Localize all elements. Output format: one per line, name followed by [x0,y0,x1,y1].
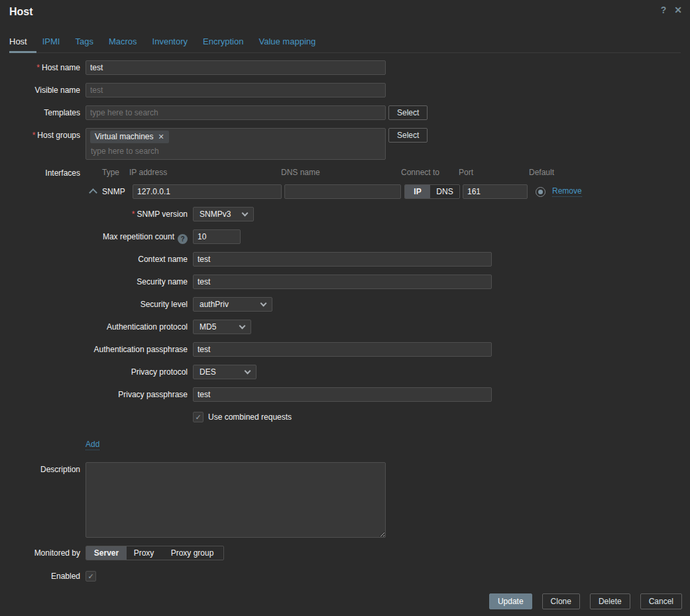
host-groups-label: *Host groups [9,128,80,141]
authentication-protocol-row: Authentication protocol MD5 [0,320,690,334]
host-groups-row: *Host groups Virtual machines ✕ type her… [0,128,690,160]
clone-button[interactable]: Clone [542,593,580,609]
enabled-row: Enabled ✓ [0,569,690,584]
host-form: *Host name Visible name Templates Select… [0,53,690,584]
col-ip-address: IP address [129,168,167,177]
chevron-down-icon [245,367,251,374]
authentication-passphrase-input[interactable] [193,342,492,357]
use-combined-requests-checkbox[interactable]: ✓ [193,412,203,422]
host-groups-placeholder[interactable]: type here to search [91,147,381,156]
delete-button[interactable]: Delete [590,593,630,609]
enabled-checkbox[interactable]: ✓ [86,571,96,582]
required-marker: * [132,210,135,219]
security-name-row: Security name [0,275,690,289]
chevron-down-icon [260,300,267,306]
host-name-row: *Host name [0,60,690,75]
add-interface-link[interactable]: Add [86,440,99,450]
connect-to-ip-option[interactable]: IP [405,185,430,198]
host-name-label: *Host name [9,60,80,73]
connect-to-dns-option[interactable]: DNS [430,185,459,198]
monitored-by-label: Monitored by [9,546,80,558]
host-groups-multiselect[interactable]: Virtual machines ✕ type here to search [86,128,386,160]
interfaces-label: Interfaces [9,168,80,178]
chevron-down-icon [239,322,246,329]
col-default: Default [529,168,554,177]
tab-ipmi[interactable]: IPMI [42,32,60,52]
max-repetition-row: Max repetition count? [0,229,690,244]
snmp-version-select[interactable]: SNMPv3 [193,207,254,221]
col-type: Type [102,168,119,177]
description-textarea[interactable] [86,462,386,538]
templates-label: Templates [9,105,80,118]
required-marker: * [32,131,36,140]
description-row: Description [0,462,690,538]
max-repetition-input[interactable] [193,229,241,244]
add-interface-row: Add [0,438,690,452]
monitored-by-server-option[interactable]: Server [86,546,127,560]
interface-type-label: SNMP [102,187,129,196]
default-interface-radio[interactable] [536,187,546,197]
description-label: Description [9,462,80,475]
visible-name-input[interactable] [86,83,386,97]
use-combined-requests-label: Use combined requests [208,412,292,422]
monitored-by-row: Monitored by Server Proxy Proxy group [0,546,690,560]
tab-encryption[interactable]: Encryption [203,32,243,52]
connect-to-toggle: IP DNS [404,184,460,199]
host-groups-select-button[interactable]: Select [388,128,428,143]
host-group-chip-label: Virtual machines [95,132,154,142]
radio-dot [538,190,543,194]
dialog-footer: Update Clone Delete Cancel [489,593,682,609]
interface-dns-input[interactable] [284,184,401,199]
required-marker: * [36,63,40,72]
context-name-input[interactable] [193,252,492,267]
authentication-passphrase-label: Authentication passphrase [9,342,188,355]
privacy-passphrase-input[interactable] [193,387,492,402]
interface-remove-link[interactable]: Remove [552,186,582,197]
privacy-protocol-label: Privacy protocol [9,365,188,377]
tab-host[interactable]: Host [9,32,27,52]
col-port: Port [459,168,473,177]
authentication-passphrase-row: Authentication passphrase [0,342,690,357]
tab-tags[interactable]: Tags [75,32,93,52]
templates-select-button[interactable]: Select [388,105,428,120]
use-combined-requests-row: ✓ Use combined requests [0,410,690,424]
security-level-select[interactable]: authPriv [193,297,272,312]
host-group-chip: Virtual machines ✕ [90,131,169,143]
tab-value-mapping[interactable]: Value mapping [259,32,316,52]
enabled-label: Enabled [9,569,80,582]
authentication-protocol-label: Authentication protocol [9,320,188,332]
tab-inventory[interactable]: Inventory [152,32,188,52]
update-button[interactable]: Update [489,593,532,609]
modal-header: Host ? ✕ [0,0,690,19]
interface-port-input[interactable] [463,184,528,199]
help-circle-icon[interactable]: ? [178,234,188,244]
interface-column-headers: Type IP address DNS name Connect to Port… [86,168,582,180]
context-name-row: Context name [0,252,690,267]
interface-row-snmp: SNMP IP DNS Remove [86,184,582,199]
visible-name-label: Visible name [9,83,80,95]
cancel-button[interactable]: Cancel [640,593,682,609]
privacy-protocol-select[interactable]: DES [193,365,257,379]
chevron-down-icon [242,210,249,216]
interface-ip-input[interactable] [133,184,282,199]
max-repetition-label: Max repetition count? [9,229,188,244]
collapse-chevron-up-icon[interactable] [89,188,97,197]
col-dns-name: DNS name [281,168,320,177]
monitored-by-proxy-group-option[interactable]: Proxy group [161,546,223,560]
security-name-label: Security name [9,275,188,287]
authentication-protocol-select[interactable]: MD5 [193,320,251,334]
tab-macros[interactable]: Macros [109,32,137,52]
help-icon[interactable]: ? [661,5,667,15]
security-name-input[interactable] [193,275,492,289]
close-icon[interactable]: ✕ [674,5,682,15]
host-config-modal: { "window": { "title": "Host" }, "icons"… [0,0,690,616]
privacy-passphrase-row: Privacy passphrase [0,387,690,402]
host-name-input[interactable] [86,60,386,75]
monitored-by-toggle: Server Proxy Proxy group [86,546,224,560]
col-connect-to: Connect to [401,168,439,177]
page-title: Host [9,5,681,19]
templates-search-input[interactable] [86,105,386,120]
monitored-by-proxy-option[interactable]: Proxy [127,546,161,560]
chip-remove-icon[interactable]: ✕ [158,132,164,142]
privacy-protocol-row: Privacy protocol DES [0,365,690,379]
